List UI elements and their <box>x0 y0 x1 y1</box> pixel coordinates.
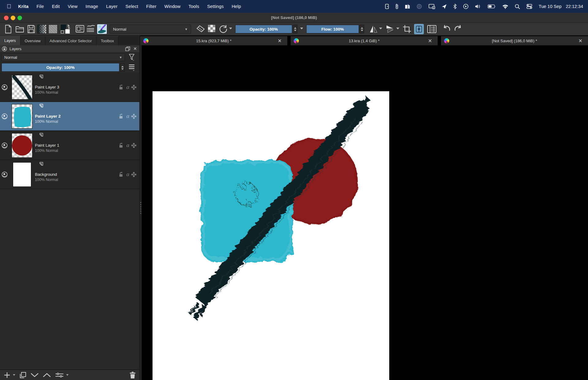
inherit-alpha-icon[interactable] <box>131 172 136 177</box>
battery-icon[interactable] <box>488 4 496 9</box>
menu-item-file[interactable]: File <box>32 4 48 9</box>
layer-row-paint-layer-2[interactable]: Paint Layer 2 100% Normal α <box>0 102 139 131</box>
alpha-lock-icon[interactable]: α <box>126 113 129 119</box>
document-tab-15kra[interactable]: 15.kra (923,7 MiB) * ✕ <box>140 36 287 45</box>
inherit-alpha-icon[interactable] <box>131 114 136 119</box>
mirror-vertical-button[interactable] <box>385 24 394 34</box>
flow-spinner[interactable] <box>360 25 364 33</box>
tab-layers[interactable]: Layers <box>0 36 21 45</box>
bluetooth-icon[interactable] <box>453 4 457 9</box>
opacity-dropdown-icon[interactable] <box>300 28 303 29</box>
layer-visibility-toggle[interactable] <box>0 171 9 178</box>
menu-item-krita[interactable]: Krita <box>14 4 32 9</box>
layer-thumbnail-diagonal-stroke[interactable] <box>12 75 32 100</box>
close-icon[interactable]: ✕ <box>426 38 435 44</box>
toggle-tool-options-button[interactable] <box>414 24 424 34</box>
brush-preset-thumbnail[interactable] <box>97 24 107 34</box>
menu-item-filter[interactable]: Filter <box>142 4 160 9</box>
edit-brush-settings-button[interactable] <box>86 24 96 34</box>
paperclip-icon[interactable] <box>395 4 398 9</box>
delete-layer-button[interactable] <box>130 371 136 379</box>
mirror-horizontal-button[interactable] <box>369 24 378 34</box>
layer-visibility-toggle[interactable] <box>0 113 9 120</box>
lock-docker-icon[interactable] <box>2 46 7 51</box>
layer-properties-button[interactable] <box>55 372 64 378</box>
menu-item-image[interactable]: Image <box>81 4 102 9</box>
layer-row-background[interactable]: Background 100% Normal α <box>0 160 139 189</box>
move-layer-up-button[interactable] <box>43 373 51 378</box>
layer-thumbnail-white[interactable] <box>13 162 31 187</box>
close-icon[interactable]: ✕ <box>275 38 284 44</box>
alpha-lock-icon[interactable]: α <box>126 171 129 177</box>
pattern-swatch[interactable] <box>48 24 58 34</box>
menu-item-settings[interactable]: Settings <box>203 4 228 9</box>
layer-blending-mode-select[interactable]: Normal ▼ <box>2 53 125 61</box>
eraser-mode-toggle[interactable] <box>196 24 205 33</box>
add-layer-dropdown-icon[interactable] <box>13 374 15 376</box>
menu-item-help[interactable]: Help <box>228 4 245 9</box>
layer-row-paint-layer-3[interactable]: Paint Layer 3 100% Normal α <box>0 73 139 102</box>
close-icon[interactable]: ✕ <box>576 38 585 44</box>
redo-button[interactable] <box>454 24 462 33</box>
opacity-spinner[interactable] <box>293 25 297 33</box>
spiral-status-icon[interactable] <box>417 4 422 9</box>
mirror-horizontal-dropdown-icon[interactable] <box>379 28 382 29</box>
duplicate-layer-button[interactable] <box>20 372 26 378</box>
menu-item-window[interactable]: Window <box>160 4 185 9</box>
filter-layers-icon[interactable] <box>129 54 135 61</box>
choose-workspace-button[interactable] <box>427 24 437 34</box>
control-center-icon[interactable] <box>526 4 532 9</box>
layer-properties-dropdown-icon[interactable] <box>66 374 69 376</box>
add-layer-button[interactable] <box>4 372 10 378</box>
move-layer-down-button[interactable] <box>31 373 39 378</box>
lock-icon[interactable] <box>119 85 124 90</box>
menu-item-view[interactable]: View <box>64 4 81 9</box>
canvas[interactable] <box>153 91 389 380</box>
reload-preset-dropdown-icon[interactable] <box>229 28 232 29</box>
layer-opacity-spinner[interactable] <box>120 64 125 72</box>
new-document-button[interactable] <box>4 24 12 34</box>
menu-item-layer[interactable]: Layer <box>102 4 122 9</box>
blending-mode-select[interactable]: Normal ▼ <box>110 24 191 34</box>
alpha-lock-icon[interactable]: α <box>126 84 129 90</box>
close-docker-icon[interactable]: ✕ <box>133 46 137 51</box>
device-status-icon[interactable] <box>385 4 389 9</box>
inherit-alpha-icon[interactable] <box>131 85 136 90</box>
spotlight-search-icon[interactable] <box>515 4 520 9</box>
paper-plane-icon[interactable] <box>442 4 447 9</box>
tab-advanced-color-selector[interactable]: Advanced Color Selector <box>45 36 96 45</box>
panel-splitter[interactable] <box>139 45 142 380</box>
reload-preset-button[interactable] <box>219 24 228 34</box>
preserve-alpha-toggle[interactable] <box>208 24 216 32</box>
choose-brush-preset-button[interactable] <box>75 24 85 33</box>
lock-icon[interactable] <box>119 114 124 119</box>
alpha-lock-icon[interactable]: α <box>126 142 129 148</box>
wifi-icon[interactable] <box>502 4 508 9</box>
document-tab-not-saved[interactable]: [Not Saved] (186,0 MiB) * ✕ <box>441 36 588 45</box>
layer-opacity-slider[interactable]: Opacity: 100% <box>2 63 119 72</box>
menu-bar-clock[interactable]: Tue 10 Sep 22:12:34 <box>539 4 583 9</box>
lock-icon[interactable] <box>119 172 124 177</box>
inherit-alpha-icon[interactable] <box>131 143 136 148</box>
layer-thumbnail-red-circle[interactable] <box>12 133 32 158</box>
layer-options-menu-icon[interactable] <box>128 64 135 71</box>
layer-visibility-toggle[interactable] <box>0 142 9 149</box>
trim-to-image-button[interactable] <box>402 24 412 34</box>
menu-item-select[interactable]: Select <box>122 4 142 9</box>
open-document-button[interactable] <box>15 24 24 34</box>
mirror-vertical-dropdown-icon[interactable] <box>396 28 399 29</box>
gradient-swatch[interactable] <box>37 24 47 34</box>
foreground-background-color-swatch[interactable] <box>60 24 72 34</box>
lock-icon[interactable] <box>119 143 124 148</box>
opacity-slider[interactable]: Opacity: 100% <box>235 25 292 33</box>
screen-mirroring-icon[interactable] <box>428 4 435 9</box>
menu-item-tools[interactable]: Tools <box>185 4 203 9</box>
files-status-icon[interactable] <box>405 4 410 9</box>
canvas-viewport[interactable] <box>142 45 588 380</box>
play-circle-icon[interactable] <box>463 4 469 9</box>
document-tab-13kra[interactable]: 13.kra (1,4 GiB) * ✕ <box>291 36 438 45</box>
flow-slider[interactable]: Flow: 100% <box>306 25 359 33</box>
tab-toolbox[interactable]: Toolbox <box>96 36 119 45</box>
save-button[interactable] <box>27 24 36 34</box>
volume-icon[interactable] <box>475 4 481 9</box>
